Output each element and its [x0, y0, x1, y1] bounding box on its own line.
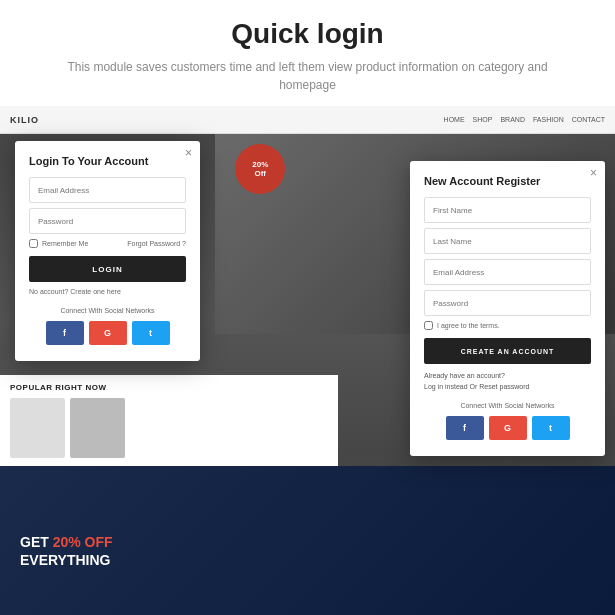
terms-row: I agree to the terms.	[424, 321, 591, 330]
banner-line1: GET 20% OFF	[20, 534, 113, 550]
popular-item-1	[10, 398, 65, 458]
popular-title: POPULAR RIGHT NOW	[10, 383, 328, 392]
banner-line2: EVERYTHING	[20, 552, 111, 568]
register-social-buttons: f G t	[424, 416, 591, 440]
login-google-button[interactable]: G	[89, 321, 127, 345]
register-firstname-input[interactable]	[424, 197, 591, 223]
have-account-text: Already have an account? Log in instead …	[424, 371, 591, 392]
popular-item-2	[70, 398, 125, 458]
terms-checkbox[interactable]	[424, 321, 433, 330]
nav-home: HOME	[444, 116, 465, 123]
have-account-line1: Already have an account?	[424, 371, 591, 382]
forgot-password-link[interactable]: Forgot Password ?	[127, 240, 186, 247]
no-account-label: No account? Create one here	[29, 288, 121, 295]
remember-checkbox[interactable]	[29, 239, 38, 248]
bottom-banner: GET 20% OFF EVERYTHING	[0, 466, 615, 615]
page-header: Quick login This module saves customers …	[0, 0, 615, 106]
nav-contact: CONTACT	[572, 116, 605, 123]
nav-brand: BRAND	[500, 116, 525, 123]
register-lastname-input[interactable]	[424, 228, 591, 254]
login-social-buttons: f G t	[29, 321, 186, 345]
remember-left: Remember Me	[29, 239, 88, 248]
login-social-divider: Connect With Social Networks	[29, 307, 186, 314]
login-modal-title: Login To Your Account	[29, 155, 186, 167]
register-modal-close[interactable]: ×	[590, 167, 597, 179]
login-facebook-button[interactable]: f	[46, 321, 84, 345]
nav-fashion: FASHION	[533, 116, 564, 123]
register-social-divider: Connect With Social Networks	[424, 402, 591, 409]
register-twitter-button[interactable]: t	[532, 416, 570, 440]
terms-label: I agree to the terms.	[437, 322, 500, 329]
login-modal: × Login To Your Account Remember Me Forg…	[15, 141, 200, 361]
login-password-input[interactable]	[29, 208, 186, 234]
register-google-button[interactable]: G	[489, 416, 527, 440]
nav-shop: SHOP	[473, 116, 493, 123]
popular-section: POPULAR RIGHT NOW	[0, 375, 338, 466]
login-modal-close[interactable]: ×	[185, 147, 192, 159]
create-account-button[interactable]: CREATE AN ACCOUNT	[424, 338, 591, 364]
discount-off: Off	[254, 169, 266, 178]
page-subtitle: This module saves customers time and lef…	[60, 58, 555, 94]
discount-badge: 20% Off	[235, 144, 285, 194]
store-logo: KILIO	[10, 115, 39, 125]
login-button[interactable]: LOGIN	[29, 256, 186, 282]
login-email-input[interactable]	[29, 177, 186, 203]
remember-row: Remember Me Forgot Password ?	[29, 239, 186, 248]
register-modal: × New Account Register I agree to the te…	[410, 161, 605, 456]
have-account-line2[interactable]: Log in instead Or Reset password	[424, 382, 591, 393]
screenshot-wrapper: KILIO HOME SHOP BRAND FASHION CONTACT 20…	[0, 106, 615, 615]
remember-label: Remember Me	[42, 240, 88, 247]
store-navbar: KILIO HOME SHOP BRAND FASHION CONTACT	[0, 106, 615, 134]
no-account-text: No account? Create one here	[29, 288, 186, 295]
banner-text: GET 20% OFF EVERYTHING	[20, 533, 113, 569]
discount-percent: 20%	[252, 160, 268, 169]
nav-items: HOME SHOP BRAND FASHION CONTACT	[444, 116, 605, 123]
register-password-input[interactable]	[424, 290, 591, 316]
login-twitter-button[interactable]: t	[132, 321, 170, 345]
page-title: Quick login	[60, 18, 555, 50]
popular-items-list	[10, 398, 328, 458]
register-email-input[interactable]	[424, 259, 591, 285]
register-modal-title: New Account Register	[424, 175, 591, 187]
register-facebook-button[interactable]: f	[446, 416, 484, 440]
